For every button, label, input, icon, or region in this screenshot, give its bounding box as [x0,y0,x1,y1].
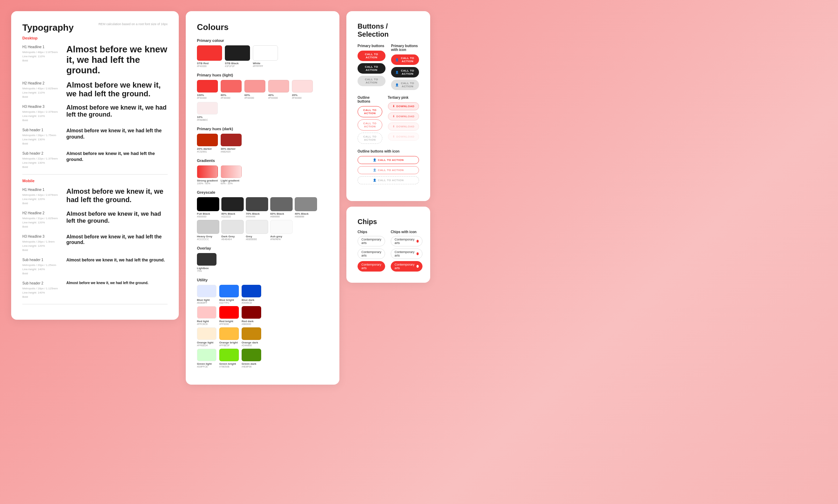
swatch-dark-grey: Dark Grey #E4E4E4 [221,220,244,240]
chips-card: Chips Chips Contemporary arts Contempora… [346,207,430,283]
type-row-mobile-h3: H3 Headline 3 Metropolis / 26px / 1.9rem… [22,234,168,252]
download-button-pink-3[interactable]: ⬇ DOWNLOAD [388,123,419,131]
chip-dot-white-icon [417,265,419,268]
cta-icon-button-dark[interactable]: 👤 CALL TO ACTION [391,67,419,77]
swatch-red-light: Red light #FFC6C6 [197,306,216,325]
chips-stack: Contemporary arts Contemporary arts Cont… [358,236,385,272]
buttons-card: Buttons / Selection Primary buttons CALL… [346,11,430,201]
primary-buttons-icon-label: Primary buttons with icon [391,44,419,52]
cta-button-red[interactable]: CALL TO ACTION [358,51,385,61]
type-row-mobile-h2: H2 Headline 2 Metropolis / 31px / 1.625r… [22,210,168,229]
swatch-80: 80% #F43330 [221,80,242,99]
swatch-20: 20% #F43330 [292,80,313,99]
primary-buttons-row: Primary buttons CALL TO ACTION CALL TO A… [358,44,419,90]
chip-2[interactable]: Contemporary arts [358,249,385,259]
outline-buttons-col: Outline buttons CALL TO ACTION CALL TO A… [358,96,382,144]
chips-icon-label: Chips with icon [391,230,422,234]
type-label: H2 Headline 2 [22,210,61,216]
outline-icon-stack: 👤 CALL TO ACTION 👤 CALL TO ACTION 👤 CALL… [358,156,419,184]
gradients-label: Gradients [197,158,328,163]
greyscale-section: Greyscale Full Black #000000 80% Black #… [197,190,328,240]
swatch-orange-dark: Orange dark #D4A800 [242,327,261,347]
primary-hues-dark-section: Primary hues (dark) 20% darker #C32901 3… [197,127,328,153]
outline-button-red[interactable]: CALL TO ACTION [358,106,382,117]
swatch-orange-bright: Orange bright #FFBE3F [219,327,239,347]
rem-note: REM calculation based on a root font siz… [98,22,168,26]
person-icon: 👤 [373,158,377,162]
download-button-pink-2[interactable]: ⬇ DOWNLOAD [388,112,419,120]
download-button-pink[interactable]: ⬇ DOWNLOAD [388,102,419,110]
type-row-mobile-sub2: Sub header 2 Metropolis / 18px / 1.125re… [22,281,168,299]
utility-label: Utility [197,278,328,282]
type-label: Sub header 1 [22,257,61,262]
type-row-desktop-sub2: Sub header 2 Metropolis / 22px / 1.375re… [22,151,168,169]
outline-icon-button-1[interactable]: 👤 CALL TO ACTION [358,156,419,164]
chip-dot-icon [417,240,419,243]
primary-buttons-icon-stack: 👤 CALL TO ACTION 👤 CALL TO ACTION 👤 CALL… [391,54,419,90]
type-sample-h3: Almost before we knew it, we had left th… [66,104,168,123]
type-row-mobile-h1: H1 Headline 1 Metropolis / 32px / 2.875r… [22,187,168,206]
type-sample-h2: Almost before we knew it, we had left th… [66,81,168,99]
outline-icon-button-3[interactable]: 👤 CALL TO ACTION [358,176,419,184]
chip-icon-2[interactable]: Contemporary arts [391,249,422,259]
typography-title: Typography [22,22,74,33]
swatch-20-darker: 20% darker #C32901 [197,134,218,153]
primary-buttons-label: Primary buttons [358,44,385,48]
swatch-strong-gradient: Strong gradient 100% - 60% [197,165,218,185]
swatch-10: 10% #FAEBEC [197,102,218,121]
person-icon: 👤 [395,71,399,74]
type-sample-sub2: Almost before we knew it, we had left th… [66,151,168,169]
tertiary-buttons-stack: ⬇ DOWNLOAD ⬇ DOWNLOAD ⬇ DOWNLOAD ⬇ DOWNL… [388,102,419,141]
cta-icon-button-red[interactable]: 👤 CALL TO ACTION [391,54,419,65]
primary-buttons-stack: CALL TO ACTION CALL TO ACTION CALL TO AC… [358,51,385,86]
overlay-section: Overlay Lightbox 75% [197,246,328,272]
type-label: H3 Headline 3 [22,234,61,239]
chip-icon-1[interactable]: Contemporary arts [391,236,422,246]
overlay-label: Overlay [197,246,328,250]
swatch-60-black: 60% Black #666666 [270,197,293,218]
outline-buttons-stack: CALL TO ACTION CALL TO ACTION CALL TO AC… [358,106,382,144]
chip-dot-icon [417,252,419,255]
swatch-green-dark: Green dark #4E8F06 [242,349,261,368]
type-sample-sub1: Almost before we knew it, we had left th… [66,127,168,146]
colours-title: Colours [197,22,328,32]
type-sample-mob-sub1: Almost before we knew it, we had left th… [66,257,168,276]
buttons-title: Buttons / Selection [358,22,419,38]
download-icon: ⬇ [392,125,395,128]
cta-button-dark[interactable]: CALL TO ACTION [358,63,385,74]
swatch-blue-bright: Blue bright #2277FC [219,285,239,304]
swatch-red-bright: Red bright #FF0000 [219,306,239,325]
person-icon: 👤 [373,169,377,172]
type-sample-mob-h1: Almost before we knew it, we had left th… [66,187,168,206]
type-row-desktop-h3: H3 Headline 3 Metropolis / 30px / 2.375r… [22,104,168,123]
type-label: Sub header 1 [22,127,61,133]
swatch-light-gradient: Light gradient 60% - 20% [221,165,242,185]
cta-button-grey[interactable]: CALL TO ACTION [358,76,385,86]
swatch-ash-grey: Ash grey #FAFAFA [270,220,293,240]
chip-1[interactable]: Contemporary arts [358,236,385,246]
swatch-40-black: 40% Black #888888 [295,197,317,218]
chip-3-red[interactable]: Contemporary arts [358,261,385,272]
outline-button-red-2[interactable]: CALL TO ACTION [358,119,382,131]
swatch-blue-dark: Blue dark #0445CD [242,285,261,304]
swatch-80-black: 80% Black #222222 [221,197,244,218]
type-row-desktop-h1: H1 Headline 1 Metropolis / 48px / 2.875r… [22,44,168,76]
person-icon: 👤 [395,83,399,87]
primary-colour-label: Primary colour [197,38,328,43]
swatch-stb-red: STB Red #F43330 [197,45,222,67]
chips-icon-stack: Contemporary arts Contemporary arts Cont… [391,236,422,272]
chip-icon-3-red[interactable]: Contemporary arts [391,261,422,272]
utility-green-row: Green light #D0FFCE Green bright #79E50B… [197,349,328,368]
primary-buttons-icon-col: Primary buttons with icon 👤 CALL TO ACTI… [391,44,419,90]
outline-buttons-section: Outline buttons CALL TO ACTION CALL TO A… [358,96,419,144]
greyscale-label: Greyscale [197,190,328,194]
type-label: H3 Headline 3 [22,104,61,109]
cta-icon-button-grey[interactable]: 👤 CALL TO ACTION [391,80,419,90]
download-button-pink-4[interactable]: ⬇ DOWNLOAD [388,133,419,141]
type-row-mobile-sub1: Sub header 1 Metropolis / 20px / 1.25rem… [22,257,168,276]
gradients-row: Strong gradient 100% - 60% Light gradien… [197,165,328,185]
outline-icon-button-2[interactable]: 👤 CALL TO ACTION [358,166,419,174]
type-label: H1 Headline 1 [22,44,61,50]
outline-button-grey[interactable]: CALL TO ACTION [358,133,382,144]
type-row-desktop-sub1: Sub header 1 Metropolis / 28px / 1.75rem… [22,127,168,146]
